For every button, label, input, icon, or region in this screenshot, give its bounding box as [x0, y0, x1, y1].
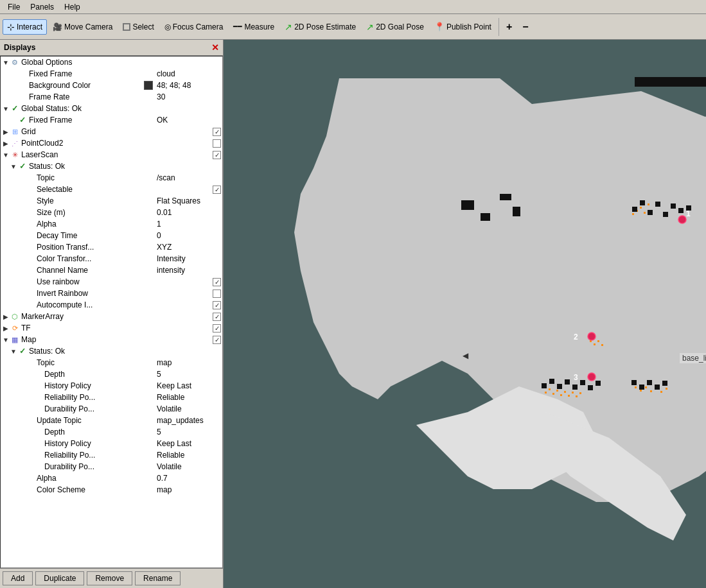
tree-label: Selectable [37, 185, 213, 194]
tree-item-map-durability[interactable]: Durability Po...Volatile [1, 403, 222, 415]
tree-item-fixed-frame-status[interactable]: ✓Fixed FrameOK [1, 114, 222, 126]
visibility-checkbox[interactable] [213, 313, 221, 321]
publish-point-button[interactable]: 📍 Publish Point [430, 19, 496, 34]
tree-item-laserscan-size[interactable]: Size (m)0.01 [1, 207, 222, 218]
tree-item-frame-rate[interactable]: Frame Rate30 [1, 91, 222, 103]
tree-item-map-topic[interactable]: Topicmap [1, 357, 222, 368]
tree-item-map-update-depth[interactable]: Depth5 [1, 426, 222, 438]
tree-item-laserscan-autocompute[interactable]: Autocompute I... [1, 299, 222, 311]
tree-item-pointcloud2[interactable]: ▶⋰PointCloud2 [1, 137, 222, 149]
tf-icon: ⟳ [10, 323, 20, 333]
tree-item-map-status[interactable]: ▼✓Status: Ok [1, 345, 222, 357]
tree-item-laserscan-color[interactable]: Color Transfor...Intensity [1, 253, 222, 264]
visibility-checkbox[interactable] [213, 139, 221, 148]
select-button[interactable]: Select [118, 20, 158, 34]
visibility-checkbox[interactable] [213, 290, 221, 298]
svg-rect-24 [560, 394, 562, 396]
panel-close-button[interactable]: ✕ [211, 42, 219, 53]
add-button[interactable]: Add [3, 571, 33, 585]
tree-value: 5 [157, 370, 221, 379]
tree-value: 48; 48; 48 [157, 81, 221, 90]
visibility-checkbox[interactable] [213, 336, 221, 344]
tree-label: Depth [44, 428, 154, 437]
tree-item-map-update-reliability[interactable]: Reliability Po...Reliable [1, 449, 222, 461]
remove-button[interactable]: Remove [87, 571, 132, 585]
tree-item-laserscan-invert[interactable]: Invert Rainbow [1, 288, 222, 299]
tree-item-laserscan-style[interactable]: StyleFlat Squares [1, 195, 222, 207]
expand-arrow: ▼ [10, 163, 17, 170]
visibility-checkbox[interactable] [213, 278, 221, 286]
tree-item-map-color-scheme[interactable]: Color Schememap [1, 484, 222, 496]
toolbar: ⊹ Interact 🎥 Move Camera Select ◎ Focus … [0, 14, 706, 40]
svg-text:1: 1 [686, 209, 691, 218]
menu-file[interactable]: File [3, 1, 25, 13]
tree-item-grid[interactable]: ▶⊞Grid [1, 126, 222, 137]
tree-item-fixed-frame[interactable]: Fixed Framecloud [1, 68, 222, 80]
measure-button[interactable]: ━━ Measure [229, 20, 279, 34]
pointcloud-icon: ⋰ [10, 138, 20, 148]
tree-label: Map [21, 335, 213, 344]
interact-button[interactable]: ⊹ Interact [3, 19, 47, 35]
tree-item-background-color[interactable]: Background Color48; 48; 48 [1, 80, 222, 91]
tree-item-laserscan-decay[interactable]: Decay Time0 [1, 230, 222, 241]
check-icon: ✓ [17, 161, 28, 171]
zoom-out-button[interactable]: − [518, 19, 533, 35]
tree-item-map-alpha[interactable]: Alpha0.7 [1, 472, 222, 484]
tree-item-map-reliability[interactable]: Reliability Po...Reliable [1, 392, 222, 403]
tree-label: Color Transfor... [37, 254, 154, 263]
tree-label: Global Options [21, 58, 221, 67]
duplicate-button[interactable]: Duplicate [35, 571, 84, 585]
svg-rect-81 [580, 380, 585, 385]
empty-icon [25, 358, 35, 368]
visibility-checkbox[interactable] [213, 186, 221, 194]
tree-item-map-update-durability[interactable]: Durability Po...Volatile [1, 461, 222, 472]
svg-rect-83 [596, 381, 601, 386]
tree-item-laserscan-position[interactable]: Position Transf...XYZ [1, 241, 222, 253]
viewport[interactable]: base_link point 1 2 3 0 ◀ [224, 40, 706, 588]
svg-rect-13 [640, 207, 642, 209]
tree-item-global-status[interactable]: ▼✓Global Status: Ok [1, 103, 222, 114]
svg-rect-36 [666, 388, 667, 390]
zoom-in-button[interactable]: + [502, 19, 516, 35]
tree-item-map-update-topic[interactable]: Update Topicmap_updates [1, 415, 222, 426]
svg-rect-21 [549, 388, 551, 390]
visibility-checkbox[interactable] [213, 301, 221, 309]
tree-item-laserscan-topic[interactable]: Topic/scan [1, 172, 222, 184]
laserscan-icon: ✳ [10, 150, 20, 160]
tree-label: Status: Ok [29, 347, 221, 356]
tree-label: Alpha [37, 220, 154, 229]
tree-label: Reliability Po... [44, 451, 154, 460]
goal-pose-button[interactable]: ↗ 2D Goal Pose [362, 19, 428, 35]
displays-tree[interactable]: ▼⚙Global OptionsFixed FramecloudBackgrou… [0, 56, 223, 568]
tree-item-laserscan-channel[interactable]: Channel Nameintensity [1, 264, 222, 276]
tree-item-laserscan-alpha[interactable]: Alpha1 [1, 218, 222, 230]
select-icon [123, 23, 130, 31]
tree-label: Fixed Frame [29, 69, 154, 78]
menu-help[interactable]: Help [59, 1, 85, 13]
color-swatch[interactable] [144, 81, 153, 90]
visibility-checkbox[interactable] [213, 151, 221, 159]
tree-item-laserscan-selectable[interactable]: Selectable [1, 184, 222, 195]
tree-item-laserscan-rainbow[interactable]: Use rainbow [1, 276, 222, 288]
tree-item-map[interactable]: ▼▦Map [1, 334, 222, 345]
grid-icon: ⊞ [10, 126, 20, 137]
tree-item-map-depth[interactable]: Depth5 [1, 368, 222, 380]
tree-item-laserscan[interactable]: ▼✳LaserScan [1, 149, 222, 160]
tree-item-map-update-history[interactable]: History PolicyKeep Last [1, 438, 222, 449]
pose-estimate-button[interactable]: ↗ 2D Pose Estimate [280, 19, 360, 35]
rename-button[interactable]: Rename [135, 571, 181, 585]
tree-item-global-options[interactable]: ▼⚙Global Options [1, 56, 222, 68]
cursor-icon: ⊹ [7, 22, 15, 32]
menu-panels[interactable]: Panels [25, 1, 59, 13]
visibility-checkbox[interactable] [213, 324, 221, 333]
tree-item-laserscan-status[interactable]: ▼✓Status: Ok [1, 160, 222, 172]
empty-icon [25, 219, 35, 229]
tree-item-tf[interactable]: ▶⟳TF [1, 322, 222, 334]
focus-camera-button[interactable]: ◎ Focus Camera [160, 20, 228, 34]
svg-text:base_link point: base_link point [682, 354, 706, 363]
visibility-checkbox[interactable] [213, 128, 221, 136]
tree-item-map-history[interactable]: History PolicyKeep Last [1, 380, 222, 392]
tree-item-markerarray[interactable]: ▶⬡MarkerArray [1, 311, 222, 322]
svg-rect-82 [588, 385, 593, 390]
move-camera-button[interactable]: 🎥 Move Camera [48, 20, 117, 34]
